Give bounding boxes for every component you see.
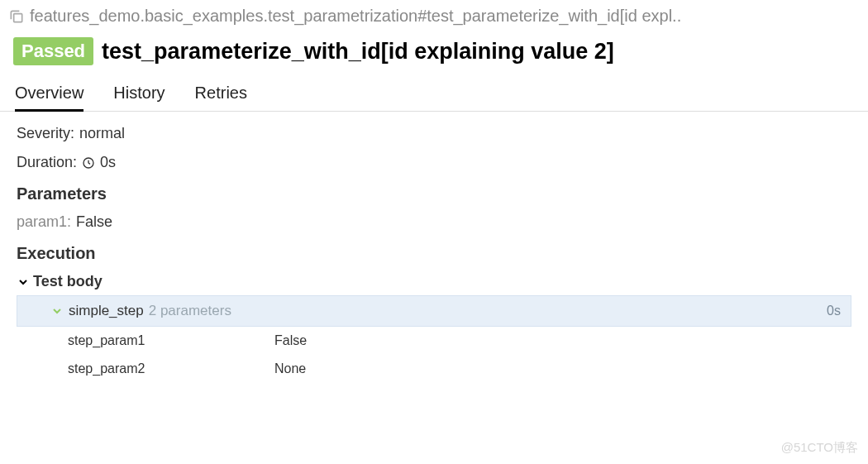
step-param-row: step_param2 None — [68, 355, 851, 383]
tabs: Overview History Retries — [0, 70, 868, 112]
overview-content: Severity: normal Duration: 0s Parameters… — [0, 112, 868, 396]
clock-icon — [82, 156, 95, 170]
page-title: test_parameterize_with_id[id explaining … — [102, 39, 614, 65]
svg-rect-0 — [14, 13, 22, 22]
severity-value: normal — [79, 125, 125, 142]
test-body-label: Test body — [33, 273, 103, 290]
tab-history[interactable]: History — [113, 84, 165, 111]
step-row[interactable]: simple_step 2 parameters 0s — [17, 295, 851, 327]
parameter-name: param1: — [17, 213, 71, 231]
title-row: Passed test_parameterize_with_id[id expl… — [0, 27, 868, 70]
duration-value: 0s — [100, 154, 116, 171]
step-name: simple_step — [69, 303, 144, 319]
step-param-row: step_param1 False — [68, 327, 851, 355]
status-badge: Passed — [13, 37, 93, 65]
severity-label: Severity: — [17, 125, 74, 142]
parameter-row: param1: False — [17, 213, 851, 231]
breadcrumb: features_demo.basic_examples.test_parame… — [0, 0, 868, 27]
parameter-value: False — [76, 213, 112, 231]
execution-heading: Execution — [17, 244, 851, 263]
step-param-name: step_param1 — [68, 333, 274, 348]
test-body-header[interactable]: Test body — [17, 273, 851, 290]
parameters-heading: Parameters — [17, 184, 851, 203]
chevron-down-icon — [50, 304, 64, 318]
watermark: @51CTO博客 — [781, 440, 858, 456]
step-params: step_param1 False step_param2 None — [17, 327, 851, 383]
duration-row: Duration: 0s — [17, 154, 851, 171]
step-param-name: step_param2 — [68, 361, 274, 376]
copy-icon[interactable] — [8, 8, 25, 25]
step-duration: 0s — [827, 304, 841, 318]
tab-overview[interactable]: Overview — [15, 84, 83, 112]
severity-row: Severity: normal — [17, 125, 851, 142]
breadcrumb-text: features_demo.basic_examples.test_parame… — [30, 7, 681, 26]
step-sub: 2 parameters — [149, 303, 231, 319]
duration-label: Duration: — [17, 154, 77, 171]
chevron-down-icon — [17, 275, 30, 289]
tab-retries[interactable]: Retries — [195, 84, 247, 111]
step-param-value: False — [274, 333, 307, 348]
step-param-value: None — [274, 361, 306, 376]
